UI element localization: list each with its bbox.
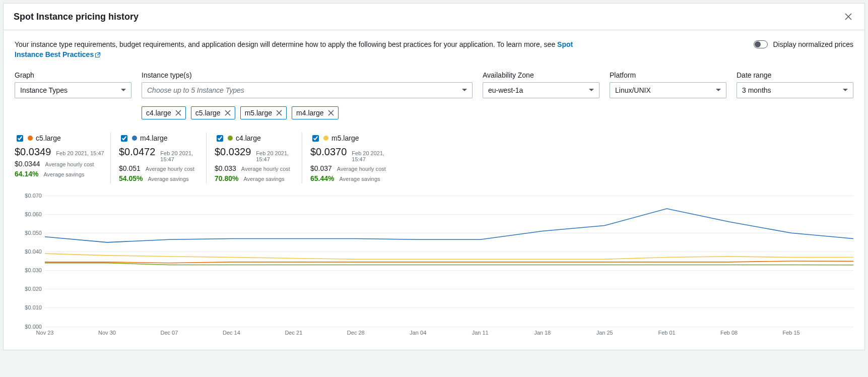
filter-date-range: Date range 3 months xyxy=(737,71,853,119)
avg-savings: 65.44% xyxy=(310,174,334,182)
x-tick-label: Jan 11 xyxy=(472,330,489,336)
summary-cards: c5.large $0.0349Feb 20 2021, 15:47 $0.03… xyxy=(15,133,853,183)
y-tick-label: $0.060 xyxy=(25,211,42,217)
y-tick-label: $0.050 xyxy=(25,230,42,236)
avg-savings-label: Average savings xyxy=(243,176,284,182)
y-tick-label: $0.020 xyxy=(25,286,42,292)
normalized-prices-toggle[interactable] xyxy=(754,40,768,48)
chevron-down-icon xyxy=(716,89,721,91)
toggle-label: Display normalized prices xyxy=(773,40,853,48)
date-range-select[interactable]: 3 months xyxy=(737,82,853,98)
date-range-select-value: 3 months xyxy=(742,86,771,94)
chip-label: m4.large xyxy=(296,109,323,117)
avg-cost-label: Average hourly cost xyxy=(337,166,386,172)
series-checkbox[interactable] xyxy=(312,135,319,142)
instance-type-chips: c4.largec5.largem5.largem4.large xyxy=(142,106,473,119)
y-tick-label: $0.000 xyxy=(25,324,42,330)
series-color-dot xyxy=(132,136,137,141)
avg-cost-label: Average hourly cost xyxy=(146,166,194,172)
chip-remove-icon[interactable] xyxy=(175,110,181,116)
avg-price: $0.051 xyxy=(119,164,141,172)
series-name: m4.large xyxy=(140,134,167,142)
avg-price: $0.033 xyxy=(215,164,236,172)
x-tick-label: Nov 30 xyxy=(98,330,116,336)
summary-card: m4.large $0.0472Feb 20 2021, 15:47 $0.05… xyxy=(110,133,201,183)
chip-remove-icon[interactable] xyxy=(225,110,231,116)
x-tick-label: Feb 15 xyxy=(782,330,799,336)
x-tick-label: Jan 25 xyxy=(596,330,613,336)
avg-savings-label: Average savings xyxy=(148,176,188,182)
chevron-down-icon xyxy=(462,89,467,91)
timestamp: Feb 20 2021, 15:47 xyxy=(256,150,297,162)
series-checkbox[interactable] xyxy=(217,135,223,142)
filter-platform: Platform Linux/UNIX xyxy=(610,71,726,119)
filter-graph-label: Graph xyxy=(15,71,131,79)
chevron-down-icon xyxy=(121,89,126,91)
chevron-down-icon xyxy=(843,89,848,91)
current-price: $0.0329 xyxy=(215,146,251,158)
instance-type-chip: c5.large xyxy=(191,106,235,119)
avg-price: $0.0344 xyxy=(15,160,40,168)
x-tick-label: Dec 07 xyxy=(160,330,178,336)
x-axis: Nov 23Nov 30Dec 07Dec 14Dec 21Dec 28Jan … xyxy=(45,330,853,340)
spot-pricing-panel: Spot Instance pricing history Your insta… xyxy=(3,3,865,350)
series-color-dot xyxy=(323,136,328,141)
summary-card: c5.large $0.0349Feb 20 2021, 15:47 $0.03… xyxy=(15,133,105,183)
plot-svg xyxy=(45,196,853,327)
chart: $0.000$0.010$0.020$0.030$0.040$0.050$0.0… xyxy=(15,196,853,327)
instance-type-chip: c4.large xyxy=(142,106,186,119)
x-tick-label: Dec 21 xyxy=(285,330,302,336)
filter-az: Availability Zone eu-west-1a xyxy=(483,71,599,119)
filter-instance-types: Instance type(s) Choose up to 5 Instance… xyxy=(142,71,473,119)
instance-type-chip: m4.large xyxy=(292,106,338,119)
chip-label: m5.large xyxy=(245,109,272,117)
chip-label: c4.large xyxy=(146,109,171,117)
graph-select[interactable]: Instance Types xyxy=(15,82,131,98)
intro-prefix: Your instance type requirements, budget … xyxy=(15,40,557,48)
normalized-toggle-wrap: Display normalized prices xyxy=(754,39,853,48)
series-checkbox[interactable] xyxy=(121,135,127,142)
filter-platform-label: Platform xyxy=(610,71,726,79)
current-price: $0.0349 xyxy=(15,146,51,158)
avg-price: $0.037 xyxy=(310,164,332,172)
chip-remove-icon[interactable] xyxy=(276,110,282,116)
x-tick-label: Jan 04 xyxy=(410,330,426,336)
platform-select-value: Linux/UNIX xyxy=(615,86,651,94)
plot-area xyxy=(45,196,853,327)
series-name: c5.large xyxy=(36,134,61,142)
instance-types-select[interactable]: Choose up to 5 Instance Types xyxy=(142,82,473,98)
summary-card: c4.large $0.0329Feb 20 2021, 15:47 $0.03… xyxy=(206,133,297,183)
series-line xyxy=(45,254,853,259)
filter-graph: Graph Instance Types xyxy=(15,71,131,119)
avg-cost-label: Average hourly cost xyxy=(241,166,290,172)
series-name: c4.large xyxy=(236,134,261,142)
az-select[interactable]: eu-west-1a xyxy=(483,82,599,98)
x-tick-label: Feb 08 xyxy=(720,330,738,336)
avg-savings-label: Average savings xyxy=(43,171,84,177)
y-axis: $0.000$0.010$0.020$0.030$0.040$0.050$0.0… xyxy=(15,196,45,327)
filter-instance-types-label: Instance type(s) xyxy=(142,71,473,79)
y-tick-label: $0.010 xyxy=(25,304,42,310)
avg-savings: 70.80% xyxy=(215,174,238,182)
timestamp: Feb 20 2021, 15:47 xyxy=(56,150,104,156)
az-select-value: eu-west-1a xyxy=(488,86,523,94)
summary-card: m5.large $0.0370Feb 20 2021, 15:47 $0.03… xyxy=(302,133,392,183)
chevron-down-icon xyxy=(589,89,594,91)
y-tick-label: $0.040 xyxy=(25,248,42,255)
avg-cost-label: Average hourly cost xyxy=(45,161,94,167)
series-color-dot xyxy=(28,136,33,141)
platform-select[interactable]: Linux/UNIX xyxy=(610,82,726,98)
instance-types-placeholder: Choose up to 5 Instance Types xyxy=(147,86,244,94)
page-title: Spot Instance pricing history xyxy=(14,12,139,22)
chip-remove-icon[interactable] xyxy=(328,110,334,116)
close-icon[interactable] xyxy=(842,11,854,23)
timestamp: Feb 20 2021, 15:47 xyxy=(160,150,201,162)
x-tick-label: Dec 14 xyxy=(223,330,240,336)
current-price: $0.0472 xyxy=(119,146,155,158)
x-tick-label: Jan 18 xyxy=(534,330,551,336)
current-price: $0.0370 xyxy=(310,146,347,158)
series-checkbox[interactable] xyxy=(17,135,23,142)
chip-label: c5.large xyxy=(195,109,221,117)
avg-savings: 54.05% xyxy=(119,174,143,182)
y-tick-label: $0.030 xyxy=(25,267,42,273)
